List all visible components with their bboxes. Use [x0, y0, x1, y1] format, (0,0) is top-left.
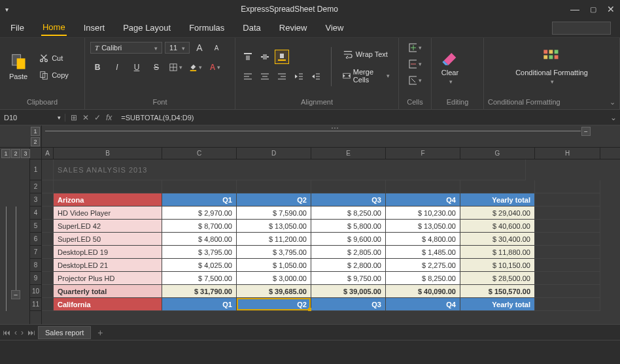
cut-button[interactable]: Cut: [35, 52, 72, 65]
merge-cells-button[interactable]: Merge Cells: [339, 66, 393, 86]
insert-cells-button[interactable]: [408, 41, 422, 55]
col-header[interactable]: E: [311, 148, 386, 159]
row-outline-level-3[interactable]: 3: [21, 149, 30, 158]
formula-bar: D10▾ ⊞ ✕ ✓ fx =SUBTOTAL(9,D4:D9) ⌄: [0, 110, 620, 125]
ribbon-search-input[interactable]: [552, 22, 611, 35]
minimize-icon[interactable]: —: [570, 4, 579, 14]
svg-rect-1: [17, 58, 26, 69]
align-left-button[interactable]: [241, 69, 255, 84]
row-header[interactable]: 9: [30, 272, 41, 285]
fx-icon[interactable]: fx: [106, 113, 112, 122]
table-total-row: Quarterly total $ 31,790.00 $ 39,685.00 …: [42, 285, 620, 298]
col-outline-level-1[interactable]: 1: [31, 127, 40, 136]
row-outline-collapse-inner[interactable]: −: [11, 290, 20, 299]
row-header[interactable]: 10: [30, 285, 41, 298]
align-middle-icon: [260, 52, 269, 61]
col-header[interactable]: A: [42, 148, 54, 159]
row-header[interactable]: 4: [30, 207, 41, 220]
col-outline-level-2[interactable]: 2: [31, 137, 40, 146]
menu-home[interactable]: Home: [41, 20, 67, 36]
align-center-button[interactable]: [258, 69, 272, 84]
table-row: SuperLED 42$ 8,700.00$ 13,050.00$ 5,800.…: [42, 220, 620, 233]
wrap-text-button[interactable]: Wrap Text: [339, 48, 393, 61]
col-header[interactable]: B: [54, 148, 162, 159]
menu-data[interactable]: Data: [241, 20, 262, 35]
align-right-button[interactable]: [275, 69, 289, 84]
align-middle-button[interactable]: [258, 50, 272, 64]
row-outline-level-2[interactable]: 2: [11, 149, 20, 158]
col-header[interactable]: H: [535, 148, 600, 159]
col-header[interactable]: G: [460, 148, 535, 159]
align-left-icon: [243, 72, 252, 81]
add-sheet-button[interactable]: +: [94, 327, 107, 338]
row-headers: 1 2 3 4 5 6 7 8 9 10 11: [30, 148, 42, 324]
accept-formula-icon[interactable]: ✓: [94, 113, 101, 122]
row-outline-level-1[interactable]: 1: [1, 149, 10, 158]
paste-button[interactable]: Paste: [5, 50, 31, 83]
cell-grid[interactable]: SALES ANALYSIS 2013 Arizona Q1 Q2 Q3 Q4 …: [42, 159, 620, 311]
tab-prev-icon[interactable]: ‹: [14, 328, 17, 337]
table-row: SuperLED 50$ 4,800.00$ 11,200.00$ 9,600.…: [42, 233, 620, 246]
clear-button[interactable]: Clear: [437, 46, 463, 88]
name-box[interactable]: D10▾: [0, 114, 65, 122]
tab-next-icon[interactable]: ›: [21, 328, 24, 337]
svg-point-3: [45, 59, 48, 61]
tab-first-icon[interactable]: ⏮: [3, 328, 10, 337]
align-bottom-button[interactable]: [275, 50, 289, 64]
align-top-button[interactable]: [241, 50, 255, 64]
fill-color-button[interactable]: [188, 60, 203, 74]
row-header[interactable]: 6: [30, 233, 41, 246]
menu-review[interactable]: Review: [278, 20, 309, 35]
format-cells-button[interactable]: [408, 73, 422, 88]
cancel-formula-icon[interactable]: ✕: [82, 113, 89, 122]
region-header[interactable]: Arizona: [54, 193, 162, 207]
row-header[interactable]: 8: [30, 259, 41, 272]
maximize-icon[interactable]: ▢: [590, 5, 596, 14]
increase-indent-button[interactable]: [309, 69, 323, 84]
menu-formulas[interactable]: Formulas: [188, 20, 226, 35]
col-header[interactable]: C: [162, 148, 237, 159]
col-header[interactable]: D: [237, 148, 311, 159]
expand-formula-bar-icon[interactable]: ⌄: [607, 113, 620, 122]
row-header[interactable]: 5: [30, 220, 41, 233]
copy-button[interactable]: Copy: [35, 69, 72, 82]
bold-button[interactable]: B: [90, 60, 105, 74]
menu-file[interactable]: File: [9, 20, 26, 35]
row-header[interactable]: 2: [30, 180, 41, 193]
font-color-button[interactable]: A: [208, 60, 222, 74]
italic-button[interactable]: I: [110, 60, 124, 74]
close-icon[interactable]: ✕: [607, 4, 615, 14]
range-select-icon[interactable]: ⊞: [71, 113, 77, 122]
font-name-dropdown[interactable]: T Calibri: [90, 42, 162, 54]
tab-last-icon[interactable]: ⏭: [27, 328, 35, 337]
menu-insert[interactable]: Insert: [82, 20, 107, 35]
underline-button[interactable]: U: [129, 60, 144, 74]
sheet-tab[interactable]: Sales report: [38, 326, 91, 339]
row-header[interactable]: 1: [30, 159, 41, 180]
strikethrough-button[interactable]: S: [149, 60, 164, 74]
borders-button[interactable]: [169, 60, 183, 74]
row-header[interactable]: 11: [30, 298, 41, 311]
menu-page-layout[interactable]: Page Layout: [122, 20, 172, 35]
select-all-corner[interactable]: [30, 148, 41, 159]
svg-rect-11: [246, 56, 250, 60]
col-header[interactable]: F: [386, 148, 460, 159]
indent-icon: [311, 72, 320, 81]
row-header[interactable]: 7: [30, 246, 41, 259]
font-size-dropdown[interactable]: 11: [165, 42, 190, 54]
delete-cells-button[interactable]: [408, 57, 422, 71]
menu-bar: File Home Insert Page Layout Formulas Da…: [0, 18, 620, 38]
col-outline-collapse[interactable]: −: [581, 127, 591, 136]
sheet-tab-bar: ⏮ ‹ › ⏭ Sales report +: [0, 324, 620, 340]
menu-view[interactable]: View: [324, 20, 345, 35]
formula-input[interactable]: =SUBTOTAL(9,D4:D9): [117, 114, 607, 122]
ribbon-expand-icon[interactable]: ⌄: [610, 98, 615, 107]
row-header[interactable]: 3: [30, 193, 41, 207]
increase-font-button[interactable]: A: [192, 41, 207, 55]
decrease-font-button[interactable]: A: [209, 41, 224, 55]
sheet-area: 1 2 3 − 1 2 3 4 5 6 7 8 9 10 11 A B C D …: [0, 148, 620, 324]
svg-rect-39: [549, 50, 553, 54]
conditional-formatting-button[interactable]: Conditional Formatting: [511, 46, 592, 88]
sheet-title[interactable]: SALES ANALYSIS 2013: [54, 159, 460, 180]
decrease-indent-button[interactable]: [292, 69, 306, 84]
